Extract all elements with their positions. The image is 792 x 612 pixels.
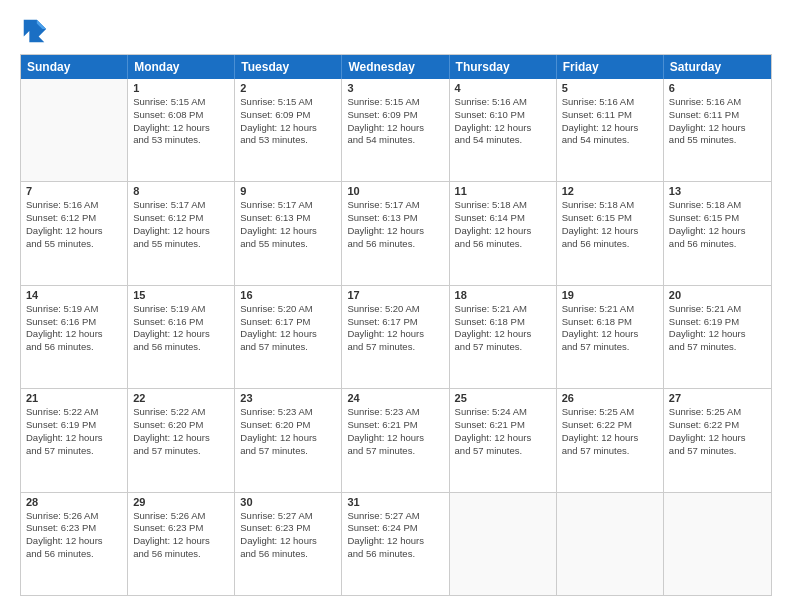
cell-info-line: Sunrise: 5:18 AM [669, 199, 766, 212]
cell-info-line: Sunrise: 5:19 AM [133, 303, 229, 316]
cell-info-line: Sunrise: 5:25 AM [669, 406, 766, 419]
day-number: 13 [669, 185, 766, 197]
calendar-cell: 10Sunrise: 5:17 AMSunset: 6:13 PMDayligh… [342, 182, 449, 284]
cell-info-line: Daylight: 12 hours [455, 225, 551, 238]
calendar-cell: 16Sunrise: 5:20 AMSunset: 6:17 PMDayligh… [235, 286, 342, 388]
cell-info-line: and 56 minutes. [347, 548, 443, 561]
cell-info-line: Sunset: 6:17 PM [347, 316, 443, 329]
cell-info-line: Sunrise: 5:25 AM [562, 406, 658, 419]
calendar-cell: 4Sunrise: 5:16 AMSunset: 6:10 PMDaylight… [450, 79, 557, 181]
logo-icon [20, 16, 48, 44]
cell-info-line: Daylight: 12 hours [26, 432, 122, 445]
day-number: 2 [240, 82, 336, 94]
cell-info-line: and 56 minutes. [562, 238, 658, 251]
calendar-cell: 13Sunrise: 5:18 AMSunset: 6:15 PMDayligh… [664, 182, 771, 284]
cell-info-line: Sunrise: 5:16 AM [26, 199, 122, 212]
cell-info-line: Daylight: 12 hours [240, 432, 336, 445]
logo [20, 16, 52, 44]
cell-info-line: Sunrise: 5:21 AM [669, 303, 766, 316]
calendar-cell: 12Sunrise: 5:18 AMSunset: 6:15 PMDayligh… [557, 182, 664, 284]
cell-info-line: Sunrise: 5:23 AM [347, 406, 443, 419]
cell-info-line: Daylight: 12 hours [133, 225, 229, 238]
cell-info-line: and 57 minutes. [455, 341, 551, 354]
cell-info-line: Sunset: 6:20 PM [240, 419, 336, 432]
day-number: 14 [26, 289, 122, 301]
cell-info-line: Sunrise: 5:15 AM [347, 96, 443, 109]
cell-info-line: and 56 minutes. [133, 341, 229, 354]
calendar-cell: 23Sunrise: 5:23 AMSunset: 6:20 PMDayligh… [235, 389, 342, 491]
cell-info-line: and 56 minutes. [26, 548, 122, 561]
cell-info-line: and 54 minutes. [347, 134, 443, 147]
day-number: 3 [347, 82, 443, 94]
calendar-cell: 21Sunrise: 5:22 AMSunset: 6:19 PMDayligh… [21, 389, 128, 491]
calendar-cell: 24Sunrise: 5:23 AMSunset: 6:21 PMDayligh… [342, 389, 449, 491]
calendar-cell: 8Sunrise: 5:17 AMSunset: 6:12 PMDaylight… [128, 182, 235, 284]
cell-info-line: Sunset: 6:08 PM [133, 109, 229, 122]
calendar-cell: 14Sunrise: 5:19 AMSunset: 6:16 PMDayligh… [21, 286, 128, 388]
day-number: 16 [240, 289, 336, 301]
calendar-cell: 20Sunrise: 5:21 AMSunset: 6:19 PMDayligh… [664, 286, 771, 388]
cell-info-line: and 57 minutes. [669, 341, 766, 354]
calendar-cell: 22Sunrise: 5:22 AMSunset: 6:20 PMDayligh… [128, 389, 235, 491]
cell-info-line: and 57 minutes. [562, 445, 658, 458]
cell-info-line: Daylight: 12 hours [669, 122, 766, 135]
day-number: 5 [562, 82, 658, 94]
calendar-header-day: Saturday [664, 55, 771, 79]
calendar-cell: 6Sunrise: 5:16 AMSunset: 6:11 PMDaylight… [664, 79, 771, 181]
cell-info-line: Sunset: 6:17 PM [240, 316, 336, 329]
day-number: 15 [133, 289, 229, 301]
cell-info-line: and 56 minutes. [133, 548, 229, 561]
calendar-cell: 18Sunrise: 5:21 AMSunset: 6:18 PMDayligh… [450, 286, 557, 388]
cell-info-line: Daylight: 12 hours [240, 535, 336, 548]
cell-info-line: Sunrise: 5:18 AM [562, 199, 658, 212]
day-number: 18 [455, 289, 551, 301]
day-number: 24 [347, 392, 443, 404]
cell-info-line: Daylight: 12 hours [669, 328, 766, 341]
cell-info-line: and 57 minutes. [240, 445, 336, 458]
day-number: 30 [240, 496, 336, 508]
day-number: 28 [26, 496, 122, 508]
cell-info-line: Daylight: 12 hours [562, 328, 658, 341]
cell-info-line: and 56 minutes. [26, 341, 122, 354]
cell-info-line: Sunrise: 5:17 AM [240, 199, 336, 212]
calendar-cell: 15Sunrise: 5:19 AMSunset: 6:16 PMDayligh… [128, 286, 235, 388]
calendar-week-row: 7Sunrise: 5:16 AMSunset: 6:12 PMDaylight… [21, 182, 771, 285]
cell-info-line: Sunrise: 5:27 AM [347, 510, 443, 523]
cell-info-line: Daylight: 12 hours [347, 328, 443, 341]
cell-info-line: and 56 minutes. [240, 548, 336, 561]
svg-marker-0 [24, 20, 46, 42]
calendar-header-day: Tuesday [235, 55, 342, 79]
cell-info-line: Sunset: 6:24 PM [347, 522, 443, 535]
day-number: 4 [455, 82, 551, 94]
cell-info-line: Daylight: 12 hours [133, 432, 229, 445]
day-number: 23 [240, 392, 336, 404]
cell-info-line: Sunrise: 5:16 AM [455, 96, 551, 109]
cell-info-line: Sunset: 6:09 PM [347, 109, 443, 122]
cell-info-line: Sunrise: 5:16 AM [669, 96, 766, 109]
cell-info-line: Daylight: 12 hours [455, 328, 551, 341]
cell-info-line: Sunset: 6:23 PM [240, 522, 336, 535]
cell-info-line: and 57 minutes. [347, 341, 443, 354]
cell-info-line: and 56 minutes. [669, 238, 766, 251]
cell-info-line: Daylight: 12 hours [240, 225, 336, 238]
calendar-cell: 1Sunrise: 5:15 AMSunset: 6:08 PMDaylight… [128, 79, 235, 181]
day-number: 8 [133, 185, 229, 197]
cell-info-line: Daylight: 12 hours [562, 122, 658, 135]
day-number: 6 [669, 82, 766, 94]
calendar-week-row: 28Sunrise: 5:26 AMSunset: 6:23 PMDayligh… [21, 493, 771, 595]
calendar-cell: 2Sunrise: 5:15 AMSunset: 6:09 PMDaylight… [235, 79, 342, 181]
day-number: 29 [133, 496, 229, 508]
cell-info-line: and 55 minutes. [669, 134, 766, 147]
day-number: 21 [26, 392, 122, 404]
cell-info-line: Sunset: 6:13 PM [240, 212, 336, 225]
cell-info-line: Sunset: 6:12 PM [26, 212, 122, 225]
cell-info-line: Daylight: 12 hours [347, 122, 443, 135]
day-number: 9 [240, 185, 336, 197]
cell-info-line: Sunset: 6:22 PM [669, 419, 766, 432]
cell-info-line: Daylight: 12 hours [562, 225, 658, 238]
calendar-cell: 29Sunrise: 5:26 AMSunset: 6:23 PMDayligh… [128, 493, 235, 595]
cell-info-line: Daylight: 12 hours [347, 225, 443, 238]
day-number: 22 [133, 392, 229, 404]
cell-info-line: Daylight: 12 hours [26, 225, 122, 238]
cell-info-line: Daylight: 12 hours [133, 328, 229, 341]
